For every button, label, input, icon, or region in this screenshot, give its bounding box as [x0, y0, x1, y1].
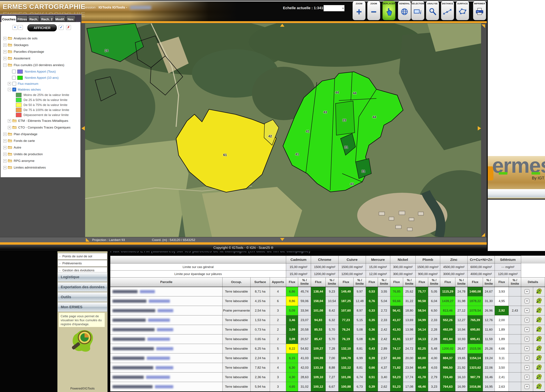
- parcelle-cell[interactable]: [110, 373, 223, 382]
- details-map-cell[interactable]: [533, 296, 545, 306]
- details-map-cell[interactable]: [533, 287, 545, 296]
- map-locate-icon[interactable]: [536, 336, 542, 342]
- layer-checkbox[interactable]: [12, 76, 16, 80]
- map-locate-icon[interactable]: [536, 307, 542, 313]
- map-locate-icon[interactable]: [536, 383, 542, 390]
- tab-couches[interactable]: Couches: [1, 16, 16, 23]
- expand-toggle-icon[interactable]: +: [3, 166, 6, 169]
- map-locate-icon[interactable]: [536, 364, 542, 370]
- details-map-cell[interactable]: [533, 325, 545, 334]
- parcelle-link-blurred[interactable]: [146, 376, 170, 379]
- parcel-polygon-23[interactable]: [335, 101, 355, 135]
- expand-details-icon[interactable]: +: [525, 346, 529, 351]
- parcelle-link-blurred[interactable]: [147, 338, 170, 341]
- parcelle-cell[interactable]: [110, 334, 223, 344]
- menu-item-prelevements[interactable]: ▹ Prélèvements: [58, 260, 107, 267]
- zoom-out-layers-button[interactable]: −: [18, 25, 23, 30]
- parcelle-cell[interactable]: [110, 382, 223, 392]
- menu-item-points-de-suivi[interactable]: ▹ Points de suivi de sol: [58, 253, 107, 260]
- tree-item[interactable]: +Plan d'épandage: [1, 131, 81, 137]
- details-map-cell[interactable]: [533, 334, 545, 344]
- map-locate-icon[interactable]: [536, 317, 542, 323]
- details-expand-cell[interactable]: +: [521, 373, 533, 382]
- expand-toggle-icon[interactable]: +: [3, 139, 6, 142]
- details-expand-cell[interactable]: +: [521, 315, 533, 325]
- zoom-in-layers-button[interactable]: +: [12, 25, 17, 30]
- details-expand-cell[interactable]: +: [521, 306, 533, 315]
- details-map-cell[interactable]: [533, 382, 545, 392]
- section-exportation[interactable]: Exportation des données: [58, 282, 107, 292]
- layer-checkbox[interactable]: [12, 70, 16, 74]
- expand-toggle-icon[interactable]: +: [3, 153, 6, 156]
- details-expand-cell[interactable]: +: [521, 296, 533, 306]
- map-viewport[interactable]: 24614241414344444423212143: [85, 23, 481, 237]
- expand-details-icon[interactable]: +: [525, 384, 529, 389]
- toolbar-button-imprimer[interactable]: IMPRIMER: [473, 1, 486, 20]
- tree-item[interactable]: Dépassement de la valeur limite: [1, 112, 81, 117]
- section-outils[interactable]: Outils: [58, 292, 107, 302]
- parcelle-cell[interactable]: [110, 354, 223, 363]
- parcelle-cell[interactable]: [110, 363, 223, 373]
- details-expand-cell[interactable]: +: [521, 363, 533, 373]
- expand-toggle-icon[interactable]: +: [3, 133, 6, 136]
- parcelle-cell[interactable]: [110, 344, 223, 354]
- expand-details-icon[interactable]: +: [525, 327, 529, 332]
- afficher-button[interactable]: AFFICHER: [27, 24, 57, 31]
- pan-corner-topright-arrow[interactable]: [481, 24, 485, 28]
- expand-details-icon[interactable]: +: [525, 365, 529, 370]
- details-map-cell[interactable]: [533, 354, 545, 363]
- expand-toggle-icon[interactable]: +: [8, 82, 11, 85]
- expand-details-icon[interactable]: +: [525, 308, 529, 313]
- toolbar-button-selection[interactable]: SELECTIONi: [411, 1, 424, 20]
- expand-toggle-icon[interactable]: −: [3, 64, 6, 67]
- expand-toggle-icon[interactable]: +: [3, 50, 6, 53]
- tree-item[interactable]: +Fonds de carte: [1, 137, 81, 144]
- parcelle-cell[interactable]: [110, 315, 223, 325]
- check-all-button[interactable]: ✓: [59, 25, 64, 30]
- map-locate-icon[interactable]: [536, 345, 542, 351]
- tree-item[interactable]: +CTO - Composés Traces Organiques: [1, 124, 81, 131]
- expand-toggle-icon[interactable]: +: [3, 159, 6, 163]
- details-expand-cell[interactable]: +: [521, 354, 533, 363]
- map-locate-icon[interactable]: [536, 298, 542, 304]
- parcelle-link-blurred[interactable]: [147, 357, 170, 360]
- map-locate-icon[interactable]: [536, 288, 542, 294]
- toolbar-button-distance[interactable]: DISTANCE: [441, 1, 454, 20]
- pan-down-arrow[interactable]: [280, 238, 285, 241]
- section-logistique[interactable]: Logistique: [58, 272, 107, 282]
- parcelle-cell[interactable]: [110, 287, 223, 296]
- tree-item[interactable]: +Stockages: [1, 42, 81, 48]
- parcelle-link-blurred[interactable]: [158, 309, 173, 312]
- expand-details-icon[interactable]: +: [525, 299, 529, 303]
- toolbar-button-zoom-out[interactable]: ZOOM−: [367, 1, 380, 20]
- section-mon-ermes[interactable]: Mon ERMES: [58, 302, 107, 312]
- expand-toggle-icon[interactable]: +: [8, 126, 11, 129]
- expand-toggle-icon[interactable]: +: [3, 37, 6, 40]
- parcelle-link-blurred[interactable]: [157, 328, 173, 331]
- details-map-cell[interactable]: [533, 306, 545, 315]
- expand-toggle-icon[interactable]: +: [3, 43, 6, 47]
- pan-left-arrow[interactable]: [81, 126, 85, 130]
- expand-details-icon[interactable]: +: [525, 289, 529, 294]
- parcelle-link-blurred[interactable]: [148, 318, 170, 322]
- tree-item[interactable]: +Unités de production: [1, 151, 81, 158]
- toolbar-button-surface[interactable]: SURFACE: [456, 1, 469, 20]
- tree-item[interactable]: De 50 à 75% de la valeur limite: [1, 103, 81, 107]
- toolbar-button-deplacer[interactable]: DEPLACER: [382, 1, 396, 20]
- tree-item[interactable]: +Assolement: [1, 55, 81, 62]
- expand-toggle-icon[interactable]: +: [3, 146, 6, 149]
- expand-details-icon[interactable]: +: [525, 356, 529, 361]
- pan-corner-bottomleft-arrow[interactable]: [86, 238, 89, 242]
- tree-item[interactable]: +RPG anonyme: [1, 158, 81, 164]
- uncheck-all-button[interactable]: ✗: [66, 25, 71, 30]
- tree-item[interactable]: +Limites administratives: [1, 164, 81, 171]
- tree-item[interactable]: Nombre Apport (Tous): [1, 68, 81, 75]
- parcelle-cell[interactable]: [110, 296, 223, 306]
- details-map-cell[interactable]: [533, 315, 545, 325]
- parcelle-link-blurred[interactable]: [155, 366, 173, 369]
- details-expand-cell[interactable]: +: [521, 344, 533, 354]
- details-map-cell[interactable]: [533, 344, 545, 354]
- parcelle-cell[interactable]: [110, 306, 223, 315]
- expand-details-icon[interactable]: +: [525, 337, 529, 341]
- tree-item[interactable]: −Flux cumulés (10 dernières années): [1, 62, 81, 68]
